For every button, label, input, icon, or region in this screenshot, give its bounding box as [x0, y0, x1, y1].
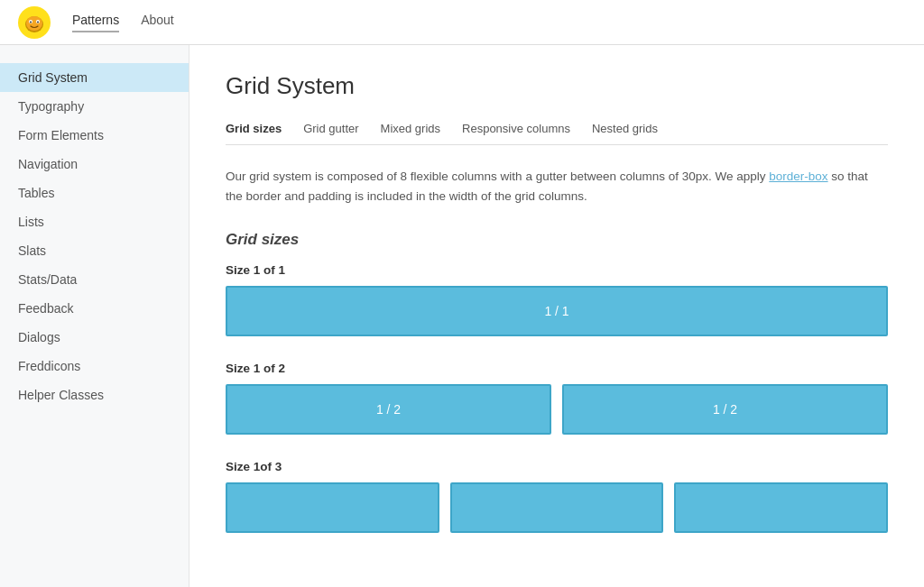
- sidebar-item-stats-data[interactable]: Stats/Data: [0, 265, 189, 294]
- sidebar: Grid System Typography Form Elements Nav…: [0, 45, 189, 587]
- content-area: Grid System Grid sizes Grid gutter Mixed…: [189, 45, 924, 587]
- sidebar-item-lists[interactable]: Lists: [0, 207, 189, 236]
- size-label-1of1: Size 1 of 1: [226, 263, 888, 277]
- nav-links: Patterns About: [72, 13, 174, 32]
- nav-patterns[interactable]: Patterns: [72, 13, 119, 32]
- grid-demo-1of1: Size 1 of 1 1 / 1: [226, 263, 888, 336]
- sidebar-item-navigation[interactable]: Navigation: [0, 150, 189, 179]
- grid-cell-1of3-b: [450, 482, 664, 533]
- top-nav: Patterns About: [0, 0, 924, 45]
- main-layout: Grid System Typography Form Elements Nav…: [0, 45, 924, 587]
- logo-icon: [18, 6, 51, 39]
- grid-cell-1of3-c: [674, 482, 888, 533]
- grid-row-1of2: 1 / 2 1 / 2: [226, 384, 888, 435]
- sidebar-item-tables[interactable]: Tables: [0, 179, 189, 207]
- border-box-link[interactable]: border-box: [769, 170, 827, 183]
- grid-cell-1of2-a: 1 / 2: [226, 384, 551, 435]
- tab-mixed-grids[interactable]: Mixed grids: [381, 122, 440, 135]
- tab-grid-gutter[interactable]: Grid gutter: [303, 122, 358, 135]
- grid-demo-1of2: Size 1 of 2 1 / 2 1 / 2: [226, 362, 888, 435]
- grid-demo-1of3: Size 1of 3: [226, 460, 888, 533]
- sidebar-item-feedback[interactable]: Feedback: [0, 294, 189, 323]
- section-heading: Grid sizes: [226, 231, 888, 249]
- page-title: Grid System: [226, 72, 888, 100]
- grid-cell-1of2-b: 1 / 2: [562, 384, 888, 435]
- grid-cell-1of3-a: [226, 482, 439, 533]
- size-label-1of2: Size 1 of 2: [226, 362, 888, 375]
- tab-nested-grids[interactable]: Nested grids: [592, 122, 658, 135]
- grid-cell-1of1: 1 / 1: [226, 286, 888, 336]
- sidebar-item-form-elements[interactable]: Form Elements: [0, 121, 189, 150]
- sidebar-item-freddicons[interactable]: Freddicons: [0, 352, 189, 381]
- tab-grid-sizes[interactable]: Grid sizes: [226, 122, 282, 135]
- sidebar-item-typography[interactable]: Typography: [0, 92, 189, 121]
- sub-tabs: Grid sizes Grid gutter Mixed grids Respo…: [226, 122, 888, 145]
- svg-point-2: [26, 16, 42, 31]
- sidebar-item-helper-classes[interactable]: Helper Classes: [0, 381, 189, 409]
- sidebar-item-slats[interactable]: Slats: [0, 236, 189, 265]
- grid-row-1of3: [226, 482, 888, 533]
- svg-point-5: [30, 21, 32, 23]
- grid-row-1of1: 1 / 1: [226, 286, 888, 336]
- size-label-1of3: Size 1of 3: [226, 460, 888, 473]
- description-text: Our grid system is composed of 8 flexibl…: [226, 167, 888, 206]
- tab-responsive-columns[interactable]: Responsive columns: [462, 122, 570, 135]
- nav-about[interactable]: About: [141, 13, 174, 32]
- svg-point-6: [37, 21, 39, 23]
- sidebar-item-dialogs[interactable]: Dialogs: [0, 323, 189, 352]
- sidebar-item-grid-system[interactable]: Grid System: [0, 63, 189, 92]
